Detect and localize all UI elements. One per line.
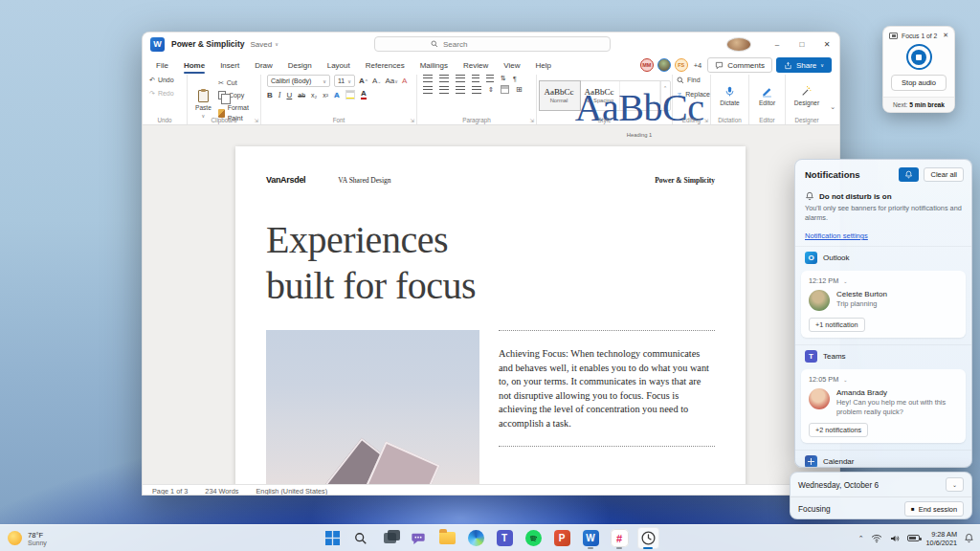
- cut-button[interactable]: ✂Cut: [218, 77, 256, 88]
- align-right-icon[interactable]: [456, 86, 465, 94]
- save-status[interactable]: Saved ∨: [251, 40, 278, 49]
- pilcrow-icon[interactable]: ¶: [513, 76, 517, 82]
- word-taskbar-button[interactable]: W: [580, 527, 602, 549]
- close-icon[interactable]: ✕: [943, 32, 948, 39]
- align-left-icon[interactable]: [423, 86, 433, 94]
- superscript-button[interactable]: x²: [323, 92, 328, 99]
- bold-button[interactable]: B: [267, 91, 273, 99]
- chevron-up-icon[interactable]: ⌃: [663, 85, 667, 91]
- clipboard-dialog-launcher[interactable]: ⇲: [254, 118, 258, 123]
- numbering-icon[interactable]: [439, 75, 449, 82]
- slack-button[interactable]: #: [609, 527, 631, 549]
- grow-font-button[interactable]: A⌃: [359, 77, 368, 85]
- style-heading-1[interactable]: AaBbCcHeading 1: [620, 81, 660, 110]
- do-not-disturb-toggle[interactable]: [899, 167, 919, 182]
- multilevel-list-icon[interactable]: [456, 75, 465, 82]
- taskbar-clock[interactable]: 9:28 AM 10/6/2021: [926, 530, 957, 547]
- collaborator-overflow[interactable]: +4: [694, 61, 702, 70]
- expand-calendar-button[interactable]: ⌄: [946, 477, 964, 492]
- tab-mailings[interactable]: Mailings: [414, 55, 454, 75]
- file-explorer-button[interactable]: [436, 527, 458, 549]
- paste-button[interactable]: Paste ∨: [191, 90, 215, 119]
- tab-draw[interactable]: Draw: [249, 55, 278, 75]
- chat-button[interactable]: [408, 527, 430, 549]
- tab-view[interactable]: View: [498, 55, 525, 75]
- teams-notification-card[interactable]: 12:05 PM ⌄ Amanda Brady Hey! Can you hel…: [801, 369, 966, 443]
- clear-formatting-button[interactable]: A: [402, 77, 407, 85]
- outlook-group-header[interactable]: O Outlook: [795, 246, 971, 269]
- align-center-icon[interactable]: [439, 86, 449, 94]
- task-view-button[interactable]: [379, 527, 401, 549]
- chevron-down-icon[interactable]: ⌄: [843, 278, 847, 284]
- search-input-container[interactable]: [374, 36, 611, 52]
- chevron-down-icon[interactable]: ⌄: [663, 99, 667, 105]
- strikethrough-button[interactable]: ab: [298, 92, 305, 99]
- change-case-button[interactable]: Aa∨: [386, 77, 398, 85]
- justify-icon[interactable]: [472, 86, 481, 94]
- shrink-font-button[interactable]: A⌄: [372, 77, 382, 85]
- language-indicator[interactable]: English (United States): [256, 487, 327, 496]
- speaker-icon[interactable]: [889, 534, 901, 543]
- word-count[interactable]: 234 Words: [205, 487, 238, 496]
- document-page[interactable]: VanArsdel VA Shared Design Power & Simpl…: [235, 146, 746, 484]
- start-button[interactable]: [322, 527, 344, 549]
- line-spacing-icon[interactable]: ⇕: [488, 86, 494, 94]
- end-session-button[interactable]: ■ End session: [904, 501, 964, 517]
- text-effects-button[interactable]: A: [334, 91, 340, 99]
- search-input[interactable]: [443, 40, 558, 49]
- clock-app-button[interactable]: [637, 527, 659, 549]
- tab-review[interactable]: Review: [457, 55, 494, 75]
- focus-progress-ring[interactable]: [906, 44, 932, 70]
- shading-icon[interactable]: [501, 85, 509, 94]
- tab-help[interactable]: Help: [529, 55, 556, 75]
- font-size-select[interactable]: 11∨: [334, 75, 355, 87]
- collaborator-badge-fs[interactable]: FS: [675, 58, 688, 72]
- font-dialog-launcher[interactable]: ⇲: [410, 118, 414, 123]
- italic-button[interactable]: I: [278, 91, 281, 99]
- font-family-select[interactable]: Calibri (Body)∨: [267, 75, 330, 87]
- ribbon-collapse-chevron[interactable]: ⌄: [830, 103, 835, 111]
- account-avatar[interactable]: [726, 37, 751, 52]
- calendar-group-header[interactable]: Calendar: [795, 450, 971, 468]
- weather-widget[interactable]: 78°F Sunny: [8, 531, 47, 546]
- document-image[interactable]: [266, 330, 479, 484]
- clear-all-button[interactable]: Clear all: [924, 167, 964, 182]
- edge-button[interactable]: [465, 527, 487, 549]
- wifi-icon[interactable]: [871, 534, 882, 543]
- stop-audio-button[interactable]: Stop audio: [891, 75, 947, 91]
- taskbar-search-button[interactable]: [350, 527, 372, 549]
- editor-button[interactable]: Editor: [755, 85, 779, 106]
- text-highlight-button[interactable]: [345, 90, 355, 99]
- tab-home[interactable]: Home: [178, 55, 211, 75]
- style-normal[interactable]: AaBbCcNormal: [540, 81, 580, 110]
- redo-button[interactable]: ↷Redo: [149, 88, 187, 99]
- spotify-button[interactable]: [523, 527, 545, 549]
- teams-group-header[interactable]: T Teams: [795, 344, 971, 367]
- replace-button[interactable]: Replace: [677, 89, 710, 99]
- bullets-icon[interactable]: [423, 75, 433, 82]
- style-gallery-scroll[interactable]: ⌃ ⌄: [660, 81, 670, 110]
- chevron-down-icon[interactable]: ⌄: [843, 377, 847, 383]
- outlook-notification-card[interactable]: 12:12 PM ⌄ Celeste Burton Trip planning …: [801, 271, 966, 338]
- borders-icon[interactable]: ⊞: [516, 85, 523, 94]
- editing-dialog-launcher[interactable]: ⇲: [703, 118, 708, 123]
- paragraph-dialog-launcher[interactable]: ⇲: [529, 118, 534, 123]
- more-notifications-button[interactable]: +1 notification: [809, 318, 865, 332]
- designer-button[interactable]: Designer: [791, 85, 823, 106]
- tab-layout[interactable]: Layout: [322, 55, 356, 75]
- notification-bell-icon[interactable]: [964, 533, 974, 543]
- collaborator-badge-mm[interactable]: MM: [640, 58, 654, 72]
- tab-file[interactable]: File: [150, 55, 174, 75]
- tray-overflow-chevron[interactable]: ⌃: [858, 535, 864, 542]
- more-notifications-button[interactable]: +2 notifications: [809, 423, 868, 437]
- font-color-button[interactable]: A: [361, 90, 367, 99]
- battery-icon[interactable]: [907, 535, 920, 541]
- comments-button[interactable]: Comments: [707, 57, 772, 73]
- find-button[interactable]: Find: [677, 75, 710, 85]
- teams-button[interactable]: T: [494, 527, 516, 549]
- document-canvas[interactable]: VanArsdel VA Shared Design Power & Simpl…: [143, 125, 839, 484]
- tab-references[interactable]: References: [360, 55, 411, 75]
- close-button[interactable]: ✕: [814, 40, 839, 49]
- notification-settings-link[interactable]: Notification settings: [805, 231, 868, 240]
- page-indicator[interactable]: Page 1 of 3: [152, 487, 188, 496]
